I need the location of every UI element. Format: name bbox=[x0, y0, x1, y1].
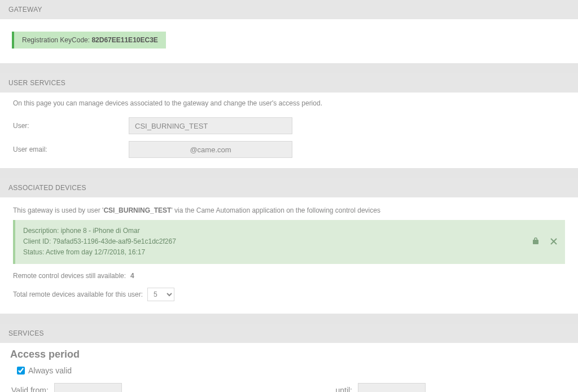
associated-devices-panel: ASSOCIATED DEVICES This gateway is used … bbox=[0, 178, 578, 314]
keycode-box: Registration KeyCode: 82D67EE11E10EC3E bbox=[12, 32, 166, 49]
user-services-header: USER SERVICES bbox=[0, 73, 578, 93]
device-status: Status: Active from day 12/7/2018, 16:17 bbox=[23, 247, 176, 258]
associated-devices-intro: This gateway is used by user 'CSI_BURNIN… bbox=[8, 204, 570, 220]
user-label: User: bbox=[13, 122, 129, 130]
services-panel: SERVICES Access period Always valid Vali… bbox=[0, 324, 578, 392]
devices-total-row: Total remote devices available for this … bbox=[8, 285, 570, 307]
services-header: SERVICES bbox=[0, 324, 578, 343]
valid-from-label: Valid from: bbox=[11, 386, 49, 392]
devices-remaining-row: Remote control devices still available: … bbox=[8, 270, 570, 285]
always-valid-label: Always valid bbox=[28, 366, 72, 375]
always-valid-checkbox[interactable] bbox=[17, 367, 25, 375]
until-label: until: bbox=[335, 386, 352, 392]
user-services-panel: USER SERVICES On this page you can manag… bbox=[0, 73, 578, 168]
valid-from-input[interactable] bbox=[54, 383, 122, 392]
user-value-box: CSI_BURNING_TEST bbox=[129, 117, 292, 134]
keycode-value: 82D67EE11E10EC3E bbox=[91, 36, 157, 44]
device-entry: Description: iphone 8 - iPhone di Omar C… bbox=[13, 220, 565, 264]
lock-icon[interactable] bbox=[532, 237, 539, 246]
gateway-header: GATEWAY bbox=[0, 0, 578, 19]
devices-total-label: Total remote devices available for this … bbox=[13, 290, 143, 298]
device-client-id: Client ID: 79afad53-1196-43de-aaf9-5e1c1… bbox=[23, 236, 176, 247]
intro-user: CSI_BURNING_TEST bbox=[103, 206, 171, 214]
devices-total-select[interactable]: 5 bbox=[147, 288, 174, 301]
device-description: Description: iphone 8 - iPhone di Omar bbox=[23, 226, 176, 236]
until-input[interactable] bbox=[358, 383, 426, 392]
user-email-value: @came.com bbox=[190, 146, 231, 154]
user-value: CSI_BURNING_TEST bbox=[135, 122, 208, 130]
close-icon[interactable] bbox=[550, 237, 557, 246]
user-email-box: @came.com bbox=[129, 141, 292, 158]
associated-devices-header: ASSOCIATED DEVICES bbox=[0, 178, 578, 197]
gateway-panel: GATEWAY Registration KeyCode: 82D67EE11E… bbox=[0, 0, 578, 63]
user-services-desc: On this page you can manage devices asso… bbox=[8, 99, 570, 114]
user-email-label: User email: bbox=[13, 146, 129, 153]
keycode-label: Registration KeyCode: bbox=[22, 36, 91, 44]
access-period-title: Access period bbox=[0, 343, 578, 364]
devices-remaining-value: 4 bbox=[130, 272, 134, 280]
